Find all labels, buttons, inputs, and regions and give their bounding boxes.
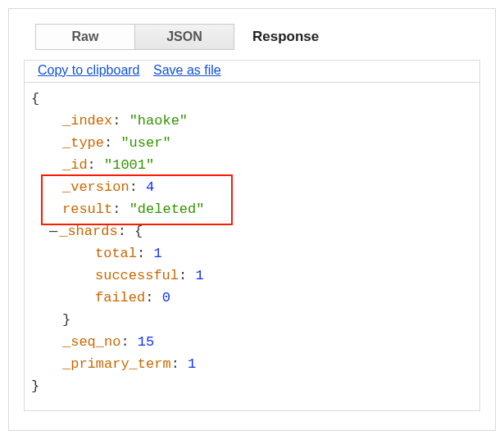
- json-key: _type: [62, 135, 104, 151]
- response-panel: Raw JSON Response Copy to clipboard Save…: [8, 8, 496, 431]
- json-number: 1: [195, 268, 203, 283]
- json-key: _id: [62, 157, 88, 173]
- brace-close: }: [31, 378, 39, 394]
- json-key: successful: [95, 268, 179, 283]
- json-number: 15: [138, 334, 154, 350]
- json-string: "user": [120, 135, 170, 151]
- json-number: 1: [188, 356, 196, 372]
- tab-json[interactable]: JSON: [134, 24, 234, 50]
- json-key: _shards: [59, 224, 117, 239]
- brace-close: }: [62, 312, 70, 328]
- json-number: 4: [146, 179, 154, 195]
- collapse-toggle-icon[interactable]: —: [49, 224, 57, 239]
- copy-to-clipboard-link[interactable]: Copy to clipboard: [38, 63, 140, 77]
- actions-bar: Copy to clipboard Save as file: [24, 60, 480, 82]
- json-key: _index: [62, 113, 112, 129]
- json-string: "1001": [104, 157, 154, 173]
- brace-open: {: [31, 91, 39, 106]
- brace-open: {: [134, 224, 143, 239]
- json-string: "deleted": [129, 201, 205, 217]
- json-key: result: [62, 201, 112, 217]
- json-key: _seq_no: [62, 334, 120, 350]
- response-label: Response: [252, 29, 319, 45]
- json-key: _version: [62, 179, 129, 195]
- json-number: 0: [162, 290, 170, 305]
- json-key: _primary_term: [62, 356, 171, 372]
- json-body: { _index: "haoke" _type: "user" _id: "10…: [24, 82, 480, 411]
- json-key: total: [95, 246, 137, 261]
- json-number: 1: [153, 246, 161, 261]
- json-string: "haoke": [129, 113, 188, 129]
- json-key: failed: [95, 290, 145, 305]
- tabs-row: Raw JSON Response: [35, 24, 480, 50]
- tab-raw[interactable]: Raw: [35, 24, 134, 50]
- save-as-file-link[interactable]: Save as file: [153, 63, 221, 77]
